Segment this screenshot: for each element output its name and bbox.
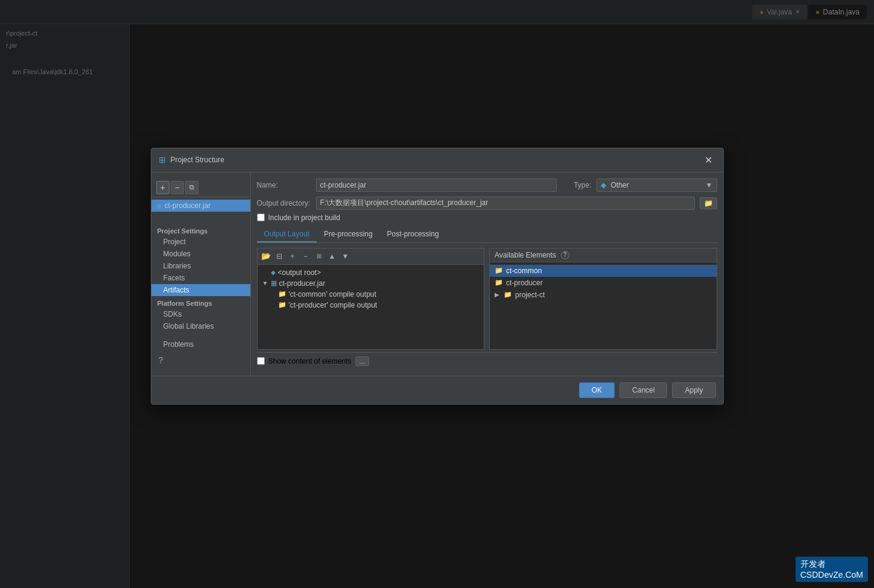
- tree-expand-all-button[interactable]: 📂: [260, 250, 272, 262]
- platform-settings-label: Platform Settings: [151, 296, 250, 308]
- sidebar-item-facets-label: Facets: [163, 274, 185, 282]
- jar-module-icon: ▦: [271, 279, 277, 287]
- common-compile-icon: 📁: [278, 290, 287, 298]
- include-in-build-row: Include in project build: [257, 213, 717, 222]
- artifact-label: ct-producer.jar: [165, 201, 211, 210]
- tree-remove-button[interactable]: −: [300, 250, 312, 262]
- tree-add-button[interactable]: +: [287, 250, 299, 262]
- tree-item-jar[interactable]: ▼ ▦ ct-producer.jar: [258, 278, 484, 289]
- tab-pre-processing[interactable]: Pre-processing: [317, 227, 380, 242]
- artifact-icon: ◆: [156, 201, 162, 210]
- tree-content: ◆ <output root> ▼ ▦ ct-producer.jar: [258, 265, 484, 349]
- name-row: Name: Type: ◆ Other ▼: [257, 179, 717, 192]
- type-select[interactable]: ◆ Other ▼: [597, 179, 717, 192]
- producer-compile-icon: 📁: [278, 301, 287, 309]
- output-dir-input[interactable]: [316, 197, 695, 210]
- tab-post-processing[interactable]: Post-processing: [380, 227, 446, 242]
- dialog-title-icon: ⊞: [159, 155, 166, 165]
- left-panel-toolbar: + − ⧉: [151, 179, 250, 197]
- common-compile-label: 'ct-common' compile output: [289, 290, 376, 299]
- dialog-body: + − ⧉ ◆ ct-producer.jar Project Settings…: [151, 172, 723, 376]
- sidebar-item-project[interactable]: Project: [151, 236, 250, 248]
- tabs-row: Output Layout Pre-processing Post-proces…: [257, 227, 717, 243]
- project-structure-dialog: ⊞ Project Structure ✕ + − ⧉ ◆ ct-produce…: [151, 148, 724, 405]
- output-dir-row: Output directory: 📁: [257, 197, 717, 210]
- output-dir-label: Output directory:: [257, 199, 311, 207]
- name-label: Name:: [257, 181, 311, 189]
- sidebar-item-artifacts-label: Artifacts: [163, 286, 189, 294]
- ok-button[interactable]: OK: [579, 382, 615, 398]
- show-content-row: Show content of elements ...: [257, 352, 717, 370]
- available-item-project-ct[interactable]: ▶ 📁 project-ct: [490, 289, 717, 301]
- ct-common-label: ct-common: [506, 267, 542, 275]
- type-label: Type:: [574, 181, 591, 189]
- available-label: Available Elements: [495, 251, 556, 259]
- layout-tree-panel: 📂 ⊟ + − ⊞ ▲ ▼ ◆: [257, 248, 485, 350]
- include-in-build-label: Include in project build: [268, 213, 340, 222]
- tree-down-button[interactable]: ▼: [340, 250, 352, 262]
- apply-button[interactable]: Apply: [672, 382, 715, 398]
- output-root-label: <output root>: [278, 268, 321, 277]
- dialog-title-bar: ⊞ Project Structure ✕: [151, 148, 723, 172]
- help-button[interactable]: ?: [156, 353, 166, 367]
- available-help-icon[interactable]: ?: [561, 251, 569, 259]
- tree-item-output-root[interactable]: ◆ <output root>: [258, 267, 484, 278]
- sidebar-item-facets[interactable]: Facets: [151, 272, 250, 284]
- jar-expand-icon: ▼: [262, 280, 268, 286]
- watermark: 开发者 CSDDevZe.CoM: [796, 557, 868, 582]
- jar-label: ct-producer.jar: [279, 279, 326, 288]
- ellipsis-button[interactable]: ...: [355, 356, 369, 366]
- show-content-checkbox[interactable]: [257, 357, 265, 365]
- project-ct-icon: 📁: [504, 291, 512, 299]
- sidebar-item-global-libraries[interactable]: Global Libraries: [151, 320, 250, 332]
- available-item-ct-common[interactable]: 📁 ct-common: [490, 265, 717, 277]
- sidebar-item-project-label: Project: [163, 238, 186, 246]
- sidebar-item-global-libraries-label: Global Libraries: [163, 322, 214, 330]
- tree-item-ct-producer-compile[interactable]: 📁 'ct-producer' compile output: [258, 300, 484, 311]
- ct-producer-label: ct-producer: [506, 279, 543, 287]
- sidebar-item-problems[interactable]: Problems: [151, 338, 250, 350]
- type-select-value: Other: [611, 181, 703, 189]
- available-elements-panel: Available Elements ? 📁 ct-common 📁: [489, 248, 717, 350]
- type-diamond-icon: ◆: [601, 181, 606, 189]
- tree-up-button[interactable]: ▲: [326, 250, 338, 262]
- show-content-label: Show content of elements: [268, 357, 352, 365]
- name-input[interactable]: [316, 179, 557, 192]
- left-panel: + − ⧉ ◆ ct-producer.jar Project Settings…: [151, 172, 251, 376]
- output-root-icon: ◆: [271, 269, 276, 276]
- sidebar-item-modules-label: Modules: [163, 250, 191, 258]
- include-in-build-checkbox[interactable]: [257, 213, 265, 221]
- tree-layout-button[interactable]: ⊟: [273, 250, 285, 262]
- sidebar-item-modules[interactable]: Modules: [151, 248, 250, 260]
- available-item-ct-producer[interactable]: 📁 ct-producer: [490, 277, 717, 289]
- sidebar-item-sdks[interactable]: SDKs: [151, 308, 250, 320]
- copy-artifact-button[interactable]: ⧉: [185, 181, 198, 194]
- sidebar-item-libraries[interactable]: Libraries: [151, 260, 250, 272]
- type-dropdown-icon: ▼: [706, 181, 713, 189]
- sidebar-item-libraries-label: Libraries: [163, 262, 191, 270]
- tree-sort-button[interactable]: ⊞: [313, 250, 325, 262]
- remove-artifact-button[interactable]: −: [171, 181, 184, 194]
- ct-common-icon: 📁: [495, 267, 503, 274]
- project-ct-label: project-ct: [515, 291, 545, 299]
- producer-compile-label: 'ct-producer' compile output: [289, 301, 378, 309]
- tab-output-layout[interactable]: Output Layout: [257, 227, 317, 242]
- project-ct-expand-icon: ▶: [495, 291, 499, 298]
- add-artifact-button[interactable]: +: [156, 181, 169, 194]
- available-content: 📁 ct-common 📁 ct-producer ▶: [490, 262, 717, 349]
- dialog-title: ⊞ Project Structure: [159, 155, 224, 165]
- modal-overlay: ⊞ Project Structure ✕ + − ⧉ ◆ ct-produce…: [0, 0, 874, 588]
- artifact-item-ct-producer[interactable]: ◆ ct-producer.jar: [151, 200, 250, 212]
- sidebar-item-sdks-label: SDKs: [163, 310, 182, 318]
- layout-toolbar: 📂 ⊟ + − ⊞ ▲ ▼: [258, 248, 484, 265]
- cancel-button[interactable]: Cancel: [619, 382, 667, 398]
- dialog-close-button[interactable]: ✕: [701, 153, 716, 167]
- dialog-title-text: Project Structure: [171, 156, 224, 164]
- dialog-footer: OK Cancel Apply: [151, 376, 723, 404]
- tree-item-ct-common-compile[interactable]: 📁 'ct-common' compile output: [258, 289, 484, 300]
- ct-producer-icon: 📁: [495, 279, 503, 286]
- available-header: Available Elements ?: [490, 248, 717, 262]
- browse-button[interactable]: 📁: [700, 197, 717, 209]
- sidebar-item-artifacts[interactable]: Artifacts: [151, 284, 250, 296]
- right-panel: Name: Type: ◆ Other ▼ Output directory: …: [251, 172, 723, 376]
